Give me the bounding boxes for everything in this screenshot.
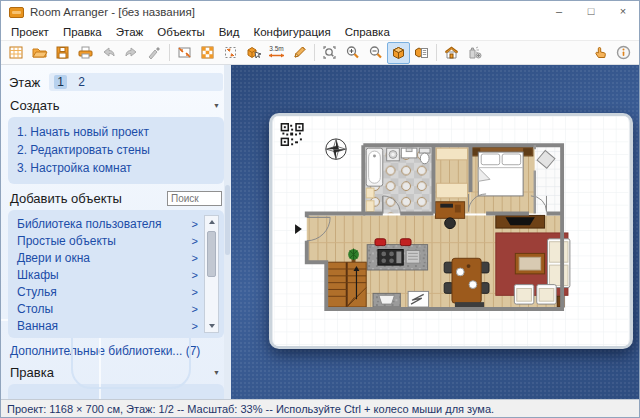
measure-button[interactable]: 3.5m (265, 42, 288, 64)
scroll-up-icon[interactable] (205, 217, 218, 227)
list-item-doors-windows[interactable]: Двери и окна> (17, 250, 198, 267)
bath-mat[interactable] (366, 188, 374, 198)
hand-tool-button[interactable] (589, 42, 612, 64)
link-start-new-project[interactable]: 1. Начать новый проект (17, 123, 215, 141)
edit-walls-button[interactable] (173, 42, 196, 64)
bar-stool[interactable] (375, 239, 386, 246)
dishwasher[interactable] (408, 291, 428, 307)
dining-table[interactable] (452, 258, 481, 303)
status-text: Проект: 1168 × 700 см, Этаж: 1/2 -- Масш… (7, 403, 494, 415)
list-item-chairs[interactable]: Стулья> (17, 284, 198, 301)
objects-panel: Библиотека пользователя> Простые объекты… (8, 210, 224, 338)
zoom-selection-button[interactable] (318, 42, 341, 64)
stairs[interactable] (326, 262, 366, 307)
draw-button[interactable] (288, 42, 311, 64)
minimize-button[interactable]: – (543, 1, 575, 23)
info-button[interactable] (612, 42, 635, 64)
floor-tab-1[interactable]: 1 (54, 75, 67, 89)
create-panel: 1. Начать новый проект 2. Редактировать … (8, 117, 224, 184)
menu-project[interactable]: Проект (4, 26, 56, 38)
select-objects-icon (222, 44, 239, 61)
armchair[interactable] (514, 285, 533, 304)
closet[interactable] (436, 183, 467, 198)
link-edit-walls[interactable]: 2. Редактировать стены (17, 141, 215, 159)
list-item-tables[interactable]: Столы> (17, 301, 198, 318)
sidebar-scrollbar[interactable] (224, 65, 231, 399)
toolbar: 3.5m (1, 40, 639, 65)
menu-objects[interactable]: Объекты (150, 26, 211, 38)
list-item-wardrobes[interactable]: Шкафы> (17, 267, 198, 284)
sideboard[interactable] (455, 302, 484, 307)
insert-object-button[interactable] (242, 42, 265, 64)
new-project-button[interactable] (5, 42, 28, 64)
zoom-out-button[interactable] (364, 42, 387, 64)
desk[interactable] (435, 202, 464, 219)
tiles-button[interactable] (196, 42, 219, 64)
redo-button[interactable] (120, 42, 143, 64)
menu-help[interactable]: Справка (338, 26, 397, 38)
menu-edit[interactable]: Правка (56, 26, 109, 38)
tv (506, 217, 535, 225)
collapse-arrow-icon[interactable]: ▼ (211, 100, 222, 111)
edit-section-header: Правка ▼ (10, 365, 222, 380)
kitchen-island[interactable] (367, 245, 427, 270)
save-button[interactable] (51, 42, 74, 64)
view-3d-button[interactable] (387, 42, 410, 64)
create-section-title: Создать (10, 98, 59, 113)
objects-scrollbar[interactable] (204, 215, 219, 333)
bathtub[interactable] (366, 148, 383, 186)
closet[interactable] (436, 148, 467, 160)
edit-panel (8, 384, 224, 399)
print-icon (77, 44, 94, 61)
counter-with-sink[interactable] (373, 293, 400, 307)
collapse-arrow-icon[interactable]: ▼ (211, 367, 222, 378)
open-button[interactable] (28, 42, 51, 64)
menu-view[interactable]: Вид (212, 26, 247, 38)
search-input[interactable] (167, 191, 222, 206)
scroll-down-icon[interactable] (205, 321, 218, 331)
bathroom-sink[interactable] (401, 148, 417, 158)
tv-console[interactable] (496, 215, 545, 228)
list-item-simple-objects[interactable]: Простые объекты> (17, 233, 198, 250)
print-button[interactable] (74, 42, 97, 64)
app-window: Room Arranger - [без названия] – □ × Про… (0, 0, 640, 418)
hand-pointer-icon (592, 44, 609, 61)
sofa[interactable] (547, 239, 569, 288)
format-brush-button[interactable] (143, 42, 166, 64)
washing-machine[interactable] (387, 148, 400, 161)
toilet[interactable] (419, 148, 430, 164)
chevron-right-icon: > (192, 335, 198, 338)
armchair[interactable] (537, 285, 556, 304)
desk-chair[interactable] (445, 218, 456, 229)
compass-icon[interactable] (326, 139, 346, 159)
chevron-right-icon: > (192, 318, 198, 335)
double-bed[interactable] (470, 147, 532, 196)
drawing-canvas[interactable] (231, 65, 639, 399)
close-button[interactable]: × (607, 1, 639, 23)
menu-floor[interactable]: Этаж (109, 26, 151, 38)
zoom-in-button[interactable] (341, 42, 364, 64)
spray-button[interactable] (463, 42, 486, 64)
list-item-bedroom[interactable]: Спальня> (17, 335, 198, 338)
floor-plan[interactable] (272, 116, 630, 346)
spray-icon (466, 44, 483, 61)
bath-mat[interactable] (366, 201, 374, 212)
plate (456, 268, 464, 276)
walkthrough-button[interactable] (440, 42, 463, 64)
floor-plan-page[interactable] (269, 113, 633, 349)
link-setup-rooms[interactable]: 3. Настройка комнат (17, 159, 215, 177)
menu-configuration[interactable]: Конфигурация (247, 26, 338, 38)
coffee-table[interactable] (515, 253, 544, 273)
list-item-bathroom[interactable]: Ванная> (17, 318, 198, 335)
sidebar-scrollbar-thumb[interactable] (225, 185, 230, 255)
scrollbar-thumb[interactable] (207, 231, 216, 277)
maximize-button[interactable]: □ (575, 1, 607, 23)
chevron-right-icon: > (192, 250, 198, 267)
list-item-user-library[interactable]: Библиотека пользователя> (17, 216, 198, 233)
object-list-button[interactable] (410, 42, 433, 64)
select-objects-button[interactable] (219, 42, 242, 64)
bar-stool[interactable] (400, 239, 411, 246)
undo-button[interactable] (97, 42, 120, 64)
link-additional-libraries[interactable]: Дополнительные библиотеки... (7) (10, 344, 222, 358)
floor-tab-2[interactable]: 2 (75, 75, 88, 89)
